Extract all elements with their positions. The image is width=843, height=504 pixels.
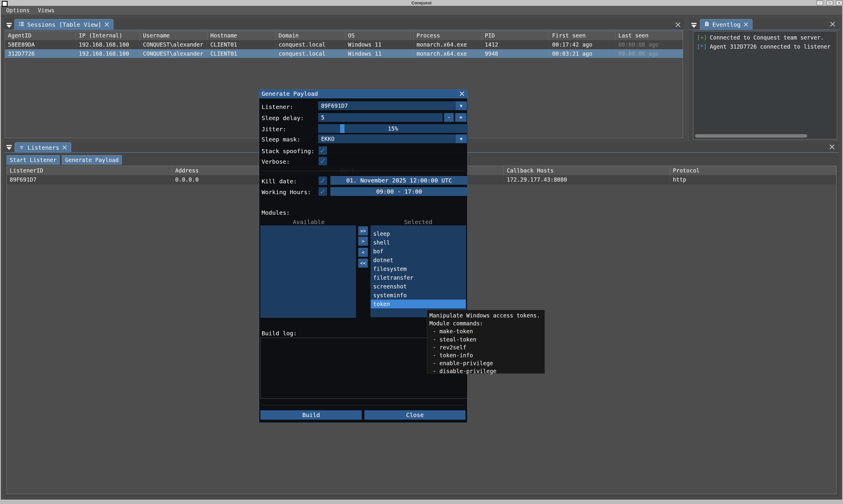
- dock-arrow-icon[interactable]: [6, 23, 12, 28]
- working-hours-field[interactable]: 09:00 - 17:00: [330, 187, 468, 196]
- tooltip-line: - enable-privilege: [429, 359, 542, 367]
- eventlog-panel-close-icon[interactable]: [829, 21, 836, 27]
- kill-date-checkbox[interactable]: [319, 177, 327, 185]
- module-item[interactable]: systeminfo: [371, 291, 466, 300]
- app-window: Conquest -□x OptionsViews Sessions [Tabl…: [0, 0, 843, 504]
- kill-date-label: Kill date:: [262, 178, 297, 185]
- sleep-delay-increment-button[interactable]: +: [455, 113, 467, 122]
- verbose-checkbox[interactable]: [319, 157, 327, 165]
- dock-arrow-icon[interactable]: [691, 23, 697, 28]
- module-item[interactable]: shell: [371, 238, 466, 247]
- working-hours-checkbox[interactable]: [319, 187, 327, 196]
- tab-sessions-label: Sessions [Table View]: [27, 21, 101, 28]
- table-row[interactable]: 58EE89DA192.168.168.100CONQUEST\alexande…: [5, 40, 683, 49]
- dropdown-arrow-icon[interactable]: ▼: [456, 134, 467, 143]
- listeners-panel-close-icon[interactable]: [829, 144, 835, 150]
- eventlog-prefix: [*]: [697, 43, 707, 50]
- tooltip-line: - disable-privilege: [429, 367, 542, 375]
- sleep-delay-decrement-button[interactable]: -: [444, 113, 454, 122]
- menu-item-options[interactable]: Options: [2, 6, 34, 15]
- sleep-mask-label: Sleep mask:: [262, 136, 300, 143]
- tab-eventlog-close-icon[interactable]: [743, 22, 748, 27]
- table-cell: CLIENT01: [208, 49, 276, 58]
- table-cell: 89F691D7: [7, 175, 172, 184]
- table-cell: 9948: [482, 49, 549, 58]
- dock-arrow-icon[interactable]: [6, 145, 12, 150]
- verbose-label: Verbose:: [262, 158, 290, 165]
- jitter-slider[interactable]: 15%: [318, 124, 468, 133]
- module-item[interactable]: screenshot: [371, 282, 466, 291]
- sleep-mask-combobox[interactable]: EKKO: [318, 134, 468, 143]
- module-item[interactable]: token: [371, 300, 466, 308]
- tab-eventlog[interactable]: Eventlog: [700, 19, 753, 30]
- sessions-panel-close-icon[interactable]: [675, 22, 681, 28]
- dropdown-arrow-icon[interactable]: ▼: [456, 101, 467, 110]
- column-header[interactable]: PID: [482, 31, 549, 40]
- tab-sessions-close-icon[interactable]: [104, 22, 109, 27]
- table-cell: 192.168.168.100: [76, 49, 140, 58]
- eventlog-panel: Eventlog [+]Connected to Conquest team s…: [689, 18, 839, 140]
- column-header[interactable]: ListenerID: [7, 166, 172, 175]
- close-button[interactable]: Close: [364, 410, 465, 420]
- menu-item-views[interactable]: Views: [34, 6, 58, 15]
- table-cell: 00:00:06 ago: [615, 49, 683, 58]
- close-button[interactable]: x: [836, 1, 842, 5]
- selected-modules-list[interactable]: sleepshellbofdotnetfilesystemfiletransfe…: [371, 226, 466, 317]
- generate-payload-button[interactable]: Generate Payload: [62, 155, 122, 165]
- tooltip-line: - rev2self: [429, 343, 542, 352]
- sleep-delay-label: Sleep delay:: [262, 114, 304, 122]
- module-item[interactable]: sleep: [371, 229, 466, 238]
- column-header[interactable]: IP (Internal): [76, 31, 140, 40]
- module-item[interactable]: filetransfer: [371, 273, 466, 282]
- stack-spoofing-checkbox[interactable]: [319, 146, 327, 155]
- column-header[interactable]: Protocol: [670, 166, 836, 175]
- dialog-close-icon[interactable]: [459, 91, 465, 97]
- build-button[interactable]: Build: [261, 410, 362, 420]
- window-titlebar[interactable]: Conquest -□x: [0, 0, 843, 6]
- column-header[interactable]: First seen: [549, 31, 615, 40]
- minimize-button[interactable]: -: [817, 1, 823, 5]
- module-item[interactable]: dotnet: [371, 256, 466, 265]
- working-hours-label: Working Hours:: [262, 188, 311, 196]
- tab-listeners[interactable]: Listeners: [15, 142, 71, 152]
- start-listener-button[interactable]: Start Listener: [6, 155, 60, 165]
- transfer-all-right-button[interactable]: >>: [358, 227, 368, 235]
- transfer-all-left-button[interactable]: <<: [358, 258, 368, 268]
- table-cell: 00:00:08 ago: [615, 40, 683, 49]
- column-header[interactable]: Last seen: [615, 31, 683, 40]
- column-header[interactable]: Username: [140, 31, 208, 40]
- table-cell: 1412: [482, 40, 549, 49]
- table-cell: CONQUEST\alexander: [140, 40, 208, 49]
- table-cell: monarch.x64.exe: [414, 49, 482, 58]
- tab-eventlog-label: Eventlog: [712, 21, 740, 28]
- transfer-right-button[interactable]: >: [358, 237, 368, 246]
- table-row[interactable]: 312D7726192.168.168.100CONQUEST\alexande…: [5, 49, 683, 58]
- kill-date-field[interactable]: 01. November 2025 12:00:00 UTC: [330, 176, 468, 185]
- column-header[interactable]: Callback Hosts: [504, 166, 670, 175]
- column-header[interactable]: Hostname: [208, 31, 276, 40]
- horizontal-scrollbar[interactable]: [695, 134, 807, 138]
- column-header[interactable]: AgentID: [5, 31, 76, 40]
- column-header[interactable]: Process: [414, 31, 482, 40]
- eventlog-line: [+]Connected to Conquest team server.: [693, 33, 837, 42]
- stack-spoofing-label: Stack spoofing:: [262, 148, 315, 155]
- column-header[interactable]: Domain: [276, 31, 345, 40]
- table-cell: 00:03:21 ago: [549, 49, 615, 58]
- tab-sessions[interactable]: Sessions [Table View]: [14, 19, 113, 30]
- transfer-left-button[interactable]: <: [358, 248, 368, 257]
- column-header[interactable]: OS: [345, 31, 414, 40]
- module-item[interactable]: filesystem: [371, 265, 466, 273]
- table-cell: conquest.local: [276, 49, 345, 58]
- dialog-titlebar[interactable]: Generate Payload: [259, 90, 467, 98]
- sleep-delay-input[interactable]: 5: [318, 113, 443, 122]
- tooltip-line: Module commands:: [429, 320, 542, 327]
- tab-listeners-close-icon[interactable]: [62, 145, 67, 150]
- maximize-button[interactable]: □: [827, 1, 833, 5]
- selected-header: Selected: [371, 218, 466, 226]
- listener-combobox[interactable]: 89F691D7: [318, 101, 468, 110]
- listeners-toolbar: Start ListenerGenerate Payload: [6, 155, 124, 165]
- table-cell: 172.29.177.43:8080: [504, 175, 670, 184]
- module-item[interactable]: bof: [371, 247, 466, 256]
- module-tooltip: Manipulate Windows access tokens.Module …: [427, 310, 545, 374]
- available-modules-list[interactable]: [261, 226, 356, 318]
